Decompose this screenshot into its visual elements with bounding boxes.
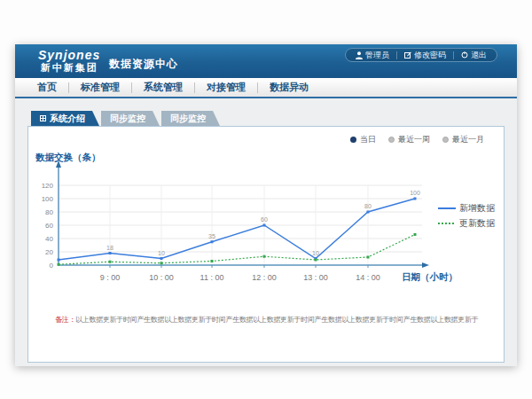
pill-divider [453, 51, 454, 59]
power-icon [461, 51, 468, 59]
data-point [414, 233, 417, 236]
x-tick-label: 10 : 00 [149, 273, 174, 282]
data-point [367, 256, 370, 259]
change-password-button[interactable]: 修改密码 [404, 50, 446, 61]
data-point [109, 252, 112, 254]
range-option-week[interactable]: 最近一周 [388, 134, 430, 145]
range-selector: 当日 最近一周 最近一月 [350, 134, 484, 145]
data-exchange-line-chart: 0204060801001209 : 0010 : 0011 : 0012 : … [28, 150, 504, 309]
y-tick-label: 20 [45, 248, 53, 256]
app-header: Synjones 新中新集团 数据资源中心 管理员 修改密码 退出 [15, 44, 517, 78]
data-point [315, 259, 317, 262]
tab-sync-monitor-1[interactable]: 同步监控 [101, 111, 160, 126]
footnote: 备注：以上数据更新于时间产生数据以上数据更新于时间产生数据以上数据更新于时间产生… [55, 315, 478, 325]
tab-bar: 系统介绍 同步监控 同步监控 [31, 111, 222, 126]
series-line-新增数据 [59, 199, 415, 260]
grid-icon [40, 115, 46, 121]
tab-sync-monitor-2[interactable]: 同步监控 [161, 111, 220, 126]
x-axis-arrow [422, 262, 429, 268]
radio-icon [442, 137, 449, 143]
data-point-label: 60 [261, 216, 268, 223]
x-tick-label: 12 : 00 [252, 273, 277, 282]
range-option-month[interactable]: 最近一月 [442, 134, 484, 145]
data-point-label: 10 [158, 250, 165, 256]
y-tick-label: 60 [45, 222, 53, 230]
y-tick-label: 0 [50, 262, 54, 270]
content-area: 系统介绍 同步监控 同步监控 当日 最近一周 [15, 98, 517, 364]
y-tick-label: 40 [45, 235, 53, 243]
radio-icon [388, 137, 395, 143]
current-user[interactable]: 管理员 [356, 50, 389, 61]
main-nav: 首页 标准管理 系统管理 对接管理 数据异动 [15, 78, 517, 98]
nav-item-system[interactable]: 系统管理 [132, 81, 194, 94]
data-point [414, 198, 417, 200]
data-point [160, 257, 163, 260]
x-tick-label: 9 : 00 [100, 273, 121, 282]
data-point-label: 100 [410, 190, 420, 196]
tab-system-intro[interactable]: 系统介绍 [31, 111, 99, 126]
footnote-label: 备注： [55, 316, 75, 324]
nav-item-interface[interactable]: 对接管理 [195, 81, 257, 94]
nav-item-standard[interactable]: 标准管理 [69, 81, 131, 94]
y-tick-label: 100 [42, 195, 54, 203]
user-icon [356, 51, 363, 59]
user-toolbar: 管理员 修改密码 退出 [345, 48, 497, 62]
y-tick-label: 80 [45, 208, 53, 216]
footnote-text: 以上数据更新于时间产生数据以上数据更新于时间产生数据以上数据更新于时间产生数据以… [75, 316, 478, 324]
data-point [160, 262, 163, 264]
page-title: 数据资源中心 [109, 57, 178, 72]
logout-button[interactable]: 退出 [461, 50, 487, 61]
radio-selected-icon [350, 137, 356, 143]
data-point [263, 255, 266, 258]
data-point [58, 263, 60, 266]
data-point-label: 10 [312, 250, 319, 256]
logo-text-en: Synjones [38, 49, 100, 62]
data-point-label: 18 [106, 245, 113, 251]
range-option-today[interactable]: 当日 [350, 134, 376, 145]
x-tick-label: 13 : 00 [303, 273, 328, 282]
data-point [211, 260, 214, 262]
data-point-label: 80 [364, 203, 372, 209]
legend-label: 更新数据 [459, 218, 496, 228]
x-tick-label: 14 : 00 [356, 273, 380, 282]
pill-divider [396, 51, 397, 59]
logo-text-cn: 新中新集团 [38, 62, 100, 74]
data-point [263, 224, 266, 227]
nav-item-change[interactable]: 数据异动 [258, 81, 320, 94]
data-point-label: 35 [208, 233, 215, 239]
company-logo: Synjones 新中新集团 [38, 49, 100, 74]
y-axis-title: 数据交换（条） [35, 152, 101, 163]
data-point [211, 240, 214, 243]
y-tick-label: 120 [42, 182, 54, 190]
x-tick-label: 11 : 00 [200, 273, 224, 282]
data-point [58, 259, 60, 262]
edit-icon [404, 51, 411, 59]
nav-item-home[interactable]: 首页 [26, 81, 68, 94]
data-point [109, 261, 112, 263]
x-axis-title: 日期（小时） [402, 271, 458, 283]
app-window: Synjones 新中新集团 数据资源中心 管理员 修改密码 退出 首页 标准管… [15, 44, 517, 366]
legend-label: 新增数据 [459, 203, 496, 213]
data-point [367, 211, 370, 214]
chart-panel: 当日 最近一周 最近一月 0204060801001209 : 0010 : 0… [27, 126, 505, 363]
